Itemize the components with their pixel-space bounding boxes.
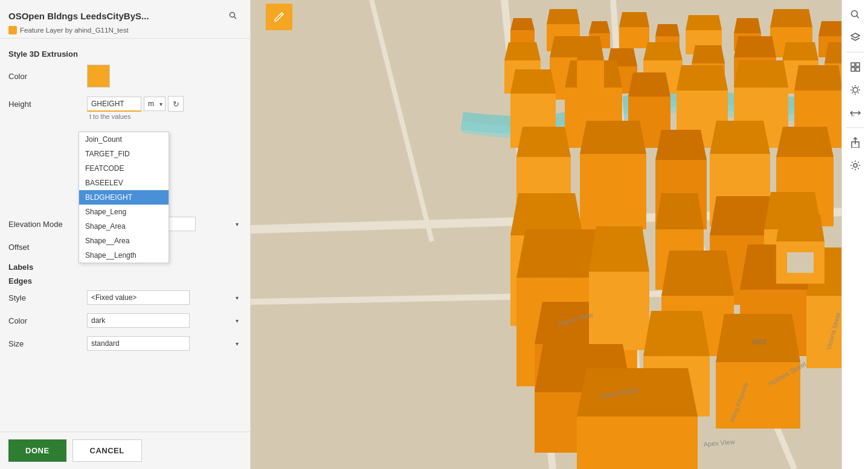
- height-hint-text: t to the values: [89, 113, 131, 120]
- svg-line-1: [234, 17, 236, 19]
- done-button[interactable]: DONE: [8, 439, 66, 462]
- layer-icon: [8, 26, 17, 34]
- svg-marker-67: [655, 130, 707, 160]
- unit-select[interactable]: m ft: [144, 97, 166, 111]
- svg-marker-98: [776, 214, 825, 241]
- cancel-button[interactable]: CANCEL: [72, 439, 142, 462]
- app-title: OSOpen Bldngs LeedsCityByS...: [8, 11, 149, 21]
- popup-item-join-count[interactable]: Join_Count: [79, 132, 169, 147]
- edges-color-label: Color: [8, 316, 87, 325]
- popup-item-shape-leng[interactable]: Shape_Leng: [79, 205, 169, 219]
- toolbar-share-button[interactable]: [844, 132, 866, 153]
- height-field-input[interactable]: GHEIGHT: [87, 97, 141, 112]
- toolbar-divider-2: [846, 127, 864, 128]
- svg-marker-91: [643, 311, 710, 356]
- popup-item-shape-area2[interactable]: Shape__Area: [79, 234, 169, 248]
- style-dropdown-wrapper[interactable]: <Fixed value>: [87, 290, 242, 305]
- subtitle: Feature Layer by ahind_G11N_test: [8, 26, 242, 34]
- search-icon-btn[interactable]: [225, 7, 242, 24]
- height-hint-row: t to the values: [8, 113, 242, 120]
- svg-marker-71: [776, 127, 834, 157]
- svg-rect-119: [856, 68, 860, 71]
- toolbar-divider-1: [846, 52, 864, 53]
- svg-rect-97: [787, 252, 814, 273]
- unit-dropdown-wrapper[interactable]: m ft: [144, 97, 166, 111]
- svg-marker-41: [692, 45, 725, 63]
- color-edges-wrapper[interactable]: dark light custom: [87, 313, 242, 328]
- color-edges-select[interactable]: dark light custom: [87, 313, 190, 328]
- sun-icon: [850, 85, 861, 95]
- svg-marker-69: [710, 121, 770, 154]
- offset-label: Offset: [8, 243, 87, 252]
- svg-marker-87: [661, 250, 734, 296]
- svg-rect-116: [851, 63, 855, 66]
- color-swatch[interactable]: [87, 65, 110, 88]
- arrows-icon: m: [850, 109, 861, 117]
- toolbar-arrows-button[interactable]: m: [844, 102, 866, 124]
- svg-marker-15: [510, 18, 535, 30]
- toolbar-settings-button[interactable]: [844, 155, 866, 176]
- grid-icon: [850, 62, 861, 72]
- height-label: Height: [8, 100, 87, 109]
- settings-icon: [850, 160, 861, 171]
- popup-item-target-fid[interactable]: TARGET_FID: [79, 147, 169, 161]
- popup-item-featcode[interactable]: FEATCODE: [79, 161, 169, 176]
- edit-button[interactable]: [266, 4, 292, 30]
- height-dropdown-group: GHEIGHT m ft ↻: [87, 96, 242, 112]
- popup-item-bldgheight[interactable]: BLDGHEIGHT: [79, 190, 169, 205]
- svg-marker-17: [547, 9, 580, 24]
- svg-text:A653: A653: [752, 339, 767, 345]
- map-background: Ingram Row Sweet Street Apex View A653 A…: [251, 0, 868, 469]
- svg-rect-101: [577, 416, 698, 469]
- svg-marker-61: [794, 65, 843, 91]
- svg-marker-65: [580, 121, 646, 154]
- svg-rect-117: [856, 63, 860, 66]
- popup-item-shape-area[interactable]: Shape_Area: [79, 219, 169, 234]
- toolbar-search-button[interactable]: [844, 4, 866, 25]
- left-panel: OSOpen Bldngs LeedsCityByS... Feature La…: [0, 0, 251, 469]
- svg-marker-19: [589, 21, 610, 33]
- toolbar-grid-button[interactable]: [844, 56, 866, 78]
- svg-point-0: [230, 13, 235, 18]
- svg-marker-39: [643, 42, 683, 60]
- svg-marker-79: [589, 226, 649, 272]
- svg-text:m: m: [851, 113, 854, 117]
- svg-marker-93: [716, 314, 800, 362]
- edges-style-row: Style <Fixed value>: [8, 290, 242, 305]
- labels-title: Labels: [8, 263, 242, 272]
- svg-line-128: [852, 92, 852, 93]
- svg-line-127: [858, 87, 858, 88]
- share-icon: [850, 137, 860, 148]
- header: OSOpen Bldngs LeedsCityByS... Feature La…: [0, 0, 250, 39]
- svg-marker-73: [510, 193, 583, 235]
- search-icon: [850, 9, 861, 20]
- svg-line-2: [280, 14, 282, 16]
- svg-rect-78: [589, 272, 649, 350]
- svg-marker-115: [851, 33, 860, 38]
- panel-content: Style 3D Extrusion Color Height GHEIGHT …: [0, 39, 250, 432]
- svg-marker-59: [734, 60, 788, 88]
- svg-point-120: [853, 88, 858, 92]
- toolbar-layers-button[interactable]: [844, 27, 866, 48]
- svg-marker-57: [577, 36, 604, 60]
- svg-rect-20: [619, 27, 649, 48]
- svg-point-132: [854, 164, 857, 167]
- size-select[interactable]: standard thin thick: [87, 336, 190, 351]
- size-row: Size standard thin thick: [8, 336, 242, 351]
- svg-line-125: [852, 87, 852, 88]
- layers-icon: [850, 32, 861, 43]
- svg-marker-43: [734, 36, 776, 57]
- svg-marker-27: [734, 18, 761, 33]
- toolbar-sun-button[interactable]: [844, 79, 866, 101]
- svg-marker-49: [510, 69, 556, 94]
- section-title: Style 3D Extrusion: [8, 49, 242, 59]
- size-wrapper[interactable]: standard thin thick: [87, 336, 242, 351]
- popup-item-shape-length[interactable]: Shape__Length: [79, 248, 169, 263]
- refresh-button[interactable]: ↻: [168, 96, 184, 112]
- style-select[interactable]: <Fixed value>: [87, 290, 190, 305]
- svg-line-126: [858, 92, 858, 93]
- svg-marker-23: [655, 24, 680, 36]
- search-icon: [228, 11, 238, 21]
- popup-item-baseelev[interactable]: BASEELEV: [79, 176, 169, 190]
- right-toolbar: m: [841, 0, 868, 469]
